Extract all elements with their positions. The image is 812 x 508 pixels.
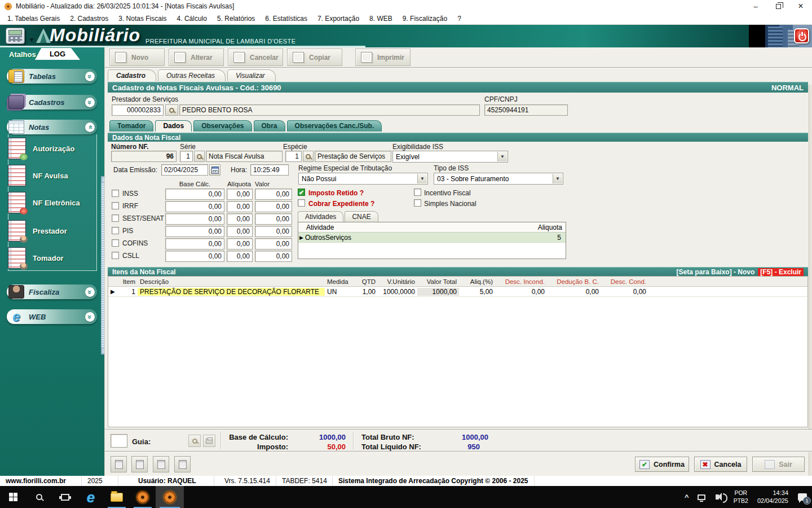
tab-obra[interactable]: Obra — [254, 120, 285, 132]
copiar-button[interactable]: Copiar — [287, 49, 342, 66]
chevron-down-icon[interactable]: » — [85, 72, 95, 81]
mobiliario-app-button[interactable] — [156, 486, 184, 508]
tipo-iss-select[interactable]: 03 - Sobre Faturamento▼ — [434, 173, 563, 185]
chevron-down-icon[interactable]: » — [85, 312, 95, 322]
cofins-aliq-field[interactable]: 0,00 — [227, 238, 253, 249]
sidebar-group-notas[interactable]: Notas » — [7, 120, 97, 134]
sidebar-item-nf-avulsa[interactable]: NF Avulsa — [8, 165, 68, 186]
guia-print-button[interactable] — [203, 435, 215, 447]
numero-nf-field[interactable]: 96 — [111, 151, 176, 162]
csll-base-field[interactable]: 0,00 — [165, 251, 224, 262]
exigibilidade-select[interactable]: Exigível▼ — [392, 151, 508, 163]
minimize-button[interactable]: – — [744, 0, 767, 12]
pis-base-field[interactable]: 0,00 — [165, 226, 224, 237]
nav-prev-button[interactable] — [131, 456, 148, 472]
atividade-row[interactable]: ▶ OutrosServiços 5 — [298, 233, 566, 243]
tray-chevron-up[interactable]: ^ — [679, 486, 694, 508]
inss-base-field[interactable]: 0,00 — [165, 189, 224, 200]
taskbar-search-button[interactable] — [26, 486, 52, 508]
sidebar-item-tomador[interactable]: Tomador — [8, 247, 64, 269]
sidebar-item-prestador[interactable]: Prestador — [8, 220, 67, 242]
inss-checkbox[interactable] — [112, 190, 119, 197]
pis-checkbox[interactable] — [112, 227, 119, 234]
alterar-button[interactable]: Alterar — [169, 49, 224, 66]
sidebar-item-nf-eletronica[interactable]: NF Eletrônica — [8, 192, 80, 213]
task-view-button[interactable] — [52, 486, 78, 508]
sest-aliq-field[interactable]: 0,00 — [227, 213, 253, 225]
sest-valor-field[interactable]: 0,00 — [255, 213, 292, 225]
cofins-base-field[interactable]: 0,00 — [165, 238, 224, 249]
especie-search-button[interactable] — [303, 151, 314, 162]
chevron-down-icon[interactable]: » — [85, 98, 95, 107]
cancela-button[interactable]: ✖ Cancela — [694, 457, 747, 472]
clock[interactable]: 14:34 02/04/2025 — [753, 489, 793, 505]
ie-taskbar-button[interactable]: e — [78, 486, 104, 508]
power-button[interactable] — [794, 28, 809, 43]
item-row[interactable]: ▶ 1 PRESTAÇÃO DE SERVIÇO DE DECORAÇÃO FL… — [108, 287, 807, 297]
tab-outras-receitas[interactable]: Outras Receitas — [158, 69, 226, 81]
incentivo-fiscal-checkbox[interactable] — [414, 189, 421, 196]
regime-select[interactable]: Não Possui▼ — [298, 173, 428, 185]
tab-tomador[interactable]: Tomador — [109, 120, 153, 132]
sidebar-group-cadastros[interactable]: Cadastros » — [7, 95, 97, 110]
nav-last-button[interactable] — [174, 456, 191, 472]
especie-field[interactable]: 1 — [285, 151, 302, 162]
pis-aliq-field[interactable]: 0,00 — [227, 226, 253, 237]
serie-field[interactable]: 1 — [180, 151, 193, 162]
sidebar-group-fiscaliza[interactable]: Fiscaliza » — [7, 284, 97, 299]
menu-notas-fiscais[interactable]: 3. Notas Fiscais — [113, 13, 171, 24]
guia-search-button[interactable] — [188, 435, 201, 447]
volume-icon[interactable] — [709, 486, 729, 508]
menu-estatisticas[interactable]: 6. Estatísticas — [260, 13, 312, 24]
chevron-down-icon[interactable]: » — [85, 287, 95, 297]
menu-web[interactable]: 8. WEB — [364, 13, 398, 24]
irrf-valor-field[interactable]: 0,00 — [255, 201, 292, 212]
guia-field[interactable] — [111, 434, 127, 448]
tab-atividades[interactable]: Atividades — [298, 211, 343, 222]
tab-dados[interactable]: Dados — [155, 120, 192, 132]
confirma-button[interactable]: ✔ Confirma — [635, 457, 689, 472]
log-tab[interactable]: LOG — [35, 48, 80, 60]
menu-relatorios[interactable]: 5. Relatórios — [212, 13, 260, 24]
irrf-aliq-field[interactable]: 0,00 — [227, 201, 253, 212]
inss-valor-field[interactable]: 0,00 — [255, 189, 292, 200]
simples-nacional-checkbox[interactable] — [414, 199, 421, 207]
prestador-search-button[interactable] — [165, 104, 178, 116]
restore-button[interactable] — [767, 0, 789, 12]
novo-button[interactable]: Novo — [109, 49, 165, 66]
sidebar-group-tabelas[interactable]: Tabelas » — [7, 69, 97, 84]
cofins-checkbox[interactable] — [112, 239, 119, 247]
calendar-button[interactable] — [209, 164, 220, 176]
menu-tabelas-gerais[interactable]: 1. Tabelas Gerais — [2, 13, 65, 24]
sest-base-field[interactable]: 0,00 — [165, 213, 224, 225]
network-icon[interactable] — [694, 486, 709, 508]
prestador-code-field[interactable]: 000002833 — [112, 104, 164, 116]
sest-senat-checkbox[interactable] — [112, 214, 119, 222]
close-button[interactable]: × — [789, 0, 812, 12]
nav-first-button[interactable] — [111, 456, 127, 472]
irrf-base-field[interactable]: 0,00 — [165, 201, 224, 212]
nav-next-button[interactable] — [153, 456, 169, 472]
fiorilli-app-button[interactable] — [130, 486, 156, 508]
menu-cadastros[interactable]: 2. Cadastros — [65, 13, 113, 24]
hora-field[interactable]: 10:25:49 — [250, 164, 289, 176]
chevron-up-icon[interactable]: » — [85, 122, 95, 132]
file-explorer-button[interactable] — [104, 486, 130, 508]
notification-center-button[interactable]: 1 — [793, 486, 812, 508]
menu-help[interactable]: ? — [452, 13, 466, 24]
csll-valor-field[interactable]: 0,00 — [255, 251, 292, 262]
cancelar-button[interactable]: Cancelar — [228, 49, 283, 66]
menu-exportacao[interactable]: 7. Exportação — [312, 13, 364, 24]
language-indicator[interactable]: POR PTB2 — [729, 489, 753, 504]
imprimir-button[interactable]: Imprimir — [355, 49, 411, 66]
menu-fiscalizacao[interactable]: 9. Fiscalização — [398, 13, 452, 24]
csll-checkbox[interactable] — [112, 252, 119, 259]
inss-aliq-field[interactable]: 0,00 — [227, 189, 253, 200]
sidebar-group-web[interactable]: e WEB » — [7, 309, 97, 324]
imposto-retido-checkbox[interactable]: ✔ — [298, 189, 305, 196]
cofins-valor-field[interactable]: 0,00 — [255, 238, 292, 249]
pis-valor-field[interactable]: 0,00 — [255, 226, 292, 237]
serie-search-button[interactable] — [194, 151, 205, 162]
tab-visualizar[interactable]: Visualizar — [227, 69, 276, 81]
start-button[interactable] — [0, 486, 26, 508]
